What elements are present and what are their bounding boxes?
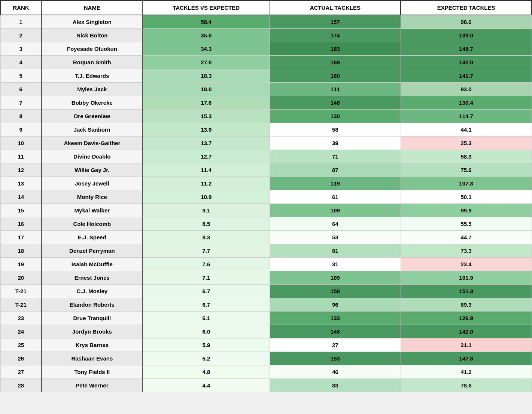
table-row: 15 Mykal Walker 9.1 109 99.9 — [0, 204, 532, 217]
rank-cell: T-21 — [0, 285, 42, 298]
actual-cell: 39 — [270, 137, 401, 150]
name-cell: Foyesade Oluokun — [42, 42, 143, 56]
rank-header: RANK — [0, 0, 42, 15]
expected-cell: 99.9 — [401, 204, 532, 217]
tve-cell: 6.7 — [143, 285, 270, 298]
tve-cell: 5.9 — [143, 338, 270, 352]
name-cell: Krys Barnes — [42, 338, 143, 352]
rank-cell: 8 — [0, 110, 42, 123]
rank-cell: 6 — [0, 83, 42, 96]
rank-cell: 7 — [0, 96, 42, 110]
table-row: 10 Akeem Davis-Gaither 13.7 39 25.3 — [0, 137, 532, 150]
expected-cell: 89.3 — [401, 298, 532, 312]
table-row: 18 Denzel Perryman 7.7 81 73.3 — [0, 244, 532, 258]
expected-cell: 126.9 — [401, 312, 532, 325]
rank-cell: 14 — [0, 190, 42, 204]
table-row: 16 Cole Holcomb 8.5 64 55.5 — [0, 217, 532, 231]
tve-header: TACKLES vs EXPECTED — [143, 0, 270, 15]
expected-cell: 44.1 — [401, 123, 532, 137]
name-cell: Ernest Jones — [42, 271, 143, 285]
expected-cell: 55.5 — [401, 217, 532, 231]
tve-cell: 8.3 — [143, 231, 270, 244]
table-row: 26 Rashaan Evans 5.2 153 147.8 — [0, 352, 532, 365]
name-cell: C.J. Mosley — [42, 285, 143, 298]
actual-cell: 81 — [270, 244, 401, 258]
actual-cell: 109 — [270, 204, 401, 217]
rank-cell: 1 — [0, 15, 42, 29]
table-row: 2 Nick Bolton 35.0 174 139.0 — [0, 29, 532, 42]
table-row: 4 Roquan Smith 27.0 169 142.0 — [0, 56, 532, 69]
expected-cell: 142.0 — [401, 325, 532, 338]
expected-cell: 130.4 — [401, 96, 532, 110]
actual-cell: 148 — [270, 325, 401, 338]
actual-cell: 169 — [270, 56, 401, 69]
name-cell: Mykal Walker — [42, 204, 143, 217]
tve-cell: 6.0 — [143, 325, 270, 338]
name-cell: Josey Jewell — [42, 177, 143, 190]
tve-cell: 5.2 — [143, 352, 270, 365]
rank-cell: 24 — [0, 325, 42, 338]
actual-cell: 71 — [270, 150, 401, 163]
actual-cell: 27 — [270, 338, 401, 352]
name-cell: T.J. Edwards — [42, 69, 143, 83]
actual-header: ACTUAL TACKLES — [270, 0, 401, 15]
tve-cell: 4.4 — [143, 379, 270, 392]
table-row: 24 Jordyn Brooks 6.0 148 142.0 — [0, 325, 532, 338]
actual-cell: 87 — [270, 163, 401, 177]
tve-cell: 18.3 — [143, 69, 270, 83]
actual-cell: 58 — [270, 123, 401, 137]
tve-cell: 15.3 — [143, 110, 270, 123]
actual-cell: 64 — [270, 217, 401, 231]
expected-cell: 78.6 — [401, 379, 532, 392]
tve-cell: 7.1 — [143, 271, 270, 285]
name-cell: Nick Bolton — [42, 29, 143, 42]
actual-cell: 111 — [270, 83, 401, 96]
expected-cell: 151.3 — [401, 285, 532, 298]
expected-cell: 147.8 — [401, 352, 532, 365]
expected-cell: 23.4 — [401, 258, 532, 271]
rank-cell: 26 — [0, 352, 42, 365]
tve-cell: 6.1 — [143, 312, 270, 325]
name-cell: Denzel Perryman — [42, 244, 143, 258]
tve-cell: 34.3 — [143, 42, 270, 56]
name-cell: Drue Tranquill — [42, 312, 143, 325]
tve-cell: 11.2 — [143, 177, 270, 190]
name-cell: Monty Rice — [42, 190, 143, 204]
expected-cell: 75.6 — [401, 163, 532, 177]
table-row: 25 Krys Barnes 5.9 27 21.1 — [0, 338, 532, 352]
actual-cell: 61 — [270, 190, 401, 204]
expected-cell: 41.2 — [401, 365, 532, 379]
rank-cell: 15 — [0, 204, 42, 217]
expected-cell: 44.7 — [401, 231, 532, 244]
rank-cell: 18 — [0, 244, 42, 258]
actual-cell: 174 — [270, 29, 401, 42]
actual-cell: 53 — [270, 231, 401, 244]
rank-cell: 20 — [0, 271, 42, 285]
rank-cell: 5 — [0, 69, 42, 83]
actual-cell: 148 — [270, 96, 401, 110]
expected-cell: 25.3 — [401, 137, 532, 150]
table-row: 19 Isaiah McDuffie 7.6 31 23.4 — [0, 258, 532, 271]
rank-cell: 17 — [0, 231, 42, 244]
expected-cell: 101.9 — [401, 271, 532, 285]
tve-cell: 8.5 — [143, 217, 270, 231]
rank-cell: 12 — [0, 163, 42, 177]
actual-cell: 96 — [270, 298, 401, 312]
tve-cell: 11.4 — [143, 163, 270, 177]
name-cell: Willie Gay Jr. — [42, 163, 143, 177]
name-cell: Isaiah McDuffie — [42, 258, 143, 271]
table-row: 12 Willie Gay Jr. 11.4 87 75.6 — [0, 163, 532, 177]
expected-cell: 107.8 — [401, 177, 532, 190]
table-row: 5 T.J. Edwards 18.3 160 141.7 — [0, 69, 532, 83]
actual-cell: 153 — [270, 352, 401, 365]
name-header: Name — [42, 0, 143, 15]
tve-cell: 4.8 — [143, 365, 270, 379]
expected-cell: 141.7 — [401, 69, 532, 83]
rank-cell: 3 — [0, 42, 42, 56]
table-row: T-21 C.J. Mosley 6.7 158 151.3 — [0, 285, 532, 298]
name-cell: Bobby Okereke — [42, 96, 143, 110]
tve-cell: 7.6 — [143, 258, 270, 271]
tve-cell: 7.7 — [143, 244, 270, 258]
actual-cell: 157 — [270, 15, 401, 29]
actual-cell: 133 — [270, 312, 401, 325]
